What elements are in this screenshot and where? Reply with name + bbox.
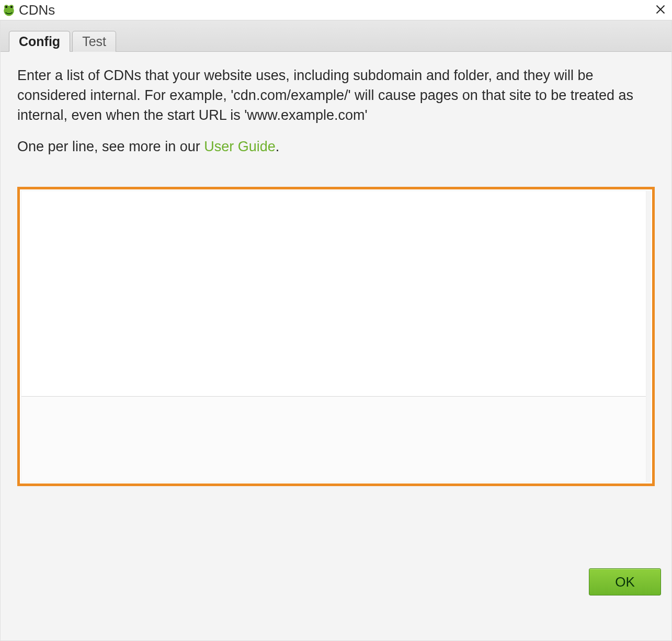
instruction-secondary-suffix: .	[276, 139, 280, 154]
title-bar: CDNs	[0, 0, 672, 20]
tab-test-label: Test	[82, 34, 106, 49]
close-icon	[655, 3, 666, 17]
cdn-list-textarea[interactable]	[21, 191, 646, 396]
svg-point-3	[5, 6, 7, 8]
cdn-list-highlight-frame	[17, 187, 655, 486]
tab-strip: Config Test	[1, 20, 671, 52]
ok-button[interactable]: OK	[589, 568, 661, 595]
dialog-button-row: OK	[589, 568, 661, 595]
user-guide-link[interactable]: User Guide	[204, 139, 276, 154]
cdn-list-lower-pane	[21, 397, 646, 482]
cdn-list-input-container	[21, 190, 646, 482]
instruction-secondary: One per line, see more in our User Guide…	[17, 137, 655, 156]
tab-config-label: Config	[19, 34, 60, 49]
svg-point-4	[10, 6, 13, 8]
frog-app-icon	[2, 3, 16, 17]
ok-button-label: OK	[615, 574, 635, 590]
tab-config[interactable]: Config	[9, 31, 70, 52]
cdn-list-upper-pane	[21, 191, 646, 396]
title-left: CDNs	[2, 2, 55, 18]
cdn-list-scrollbar[interactable]	[646, 190, 651, 482]
dialog-content: Config Test Enter a list of CDNs that yo…	[0, 20, 672, 641]
instruction-secondary-prefix: One per line, see more in our	[17, 139, 204, 154]
close-button[interactable]	[650, 1, 671, 19]
config-panel: Enter a list of CDNs that your website u…	[1, 52, 671, 486]
tab-test[interactable]: Test	[72, 31, 116, 52]
window-title: CDNs	[19, 2, 55, 18]
instruction-main: Enter a list of CDNs that your website u…	[17, 65, 655, 125]
